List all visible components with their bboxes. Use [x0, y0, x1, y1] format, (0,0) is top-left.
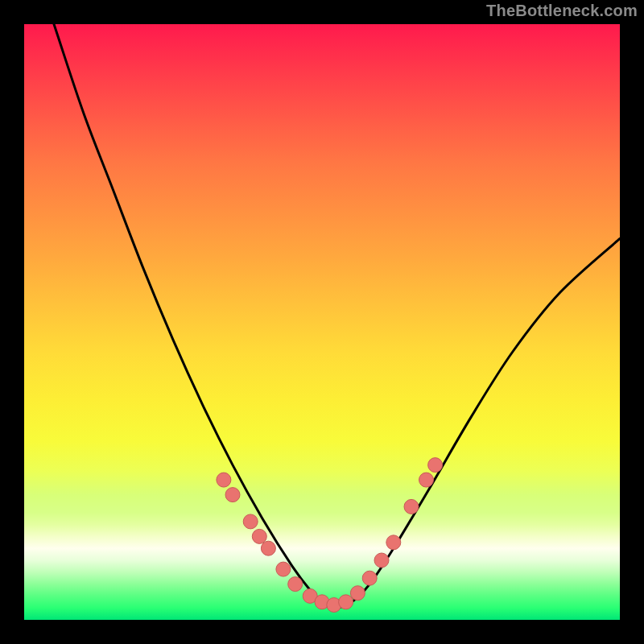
- data-point: [225, 488, 240, 502]
- data-point: [374, 553, 389, 568]
- bottleneck-curve: [24, 0, 620, 608]
- data-point: [276, 562, 291, 576]
- data-point: [243, 514, 258, 529]
- data-point: [261, 541, 275, 555]
- data-point: [404, 499, 419, 514]
- watermark-text: TheBottleneck.com: [486, 2, 638, 20]
- data-point: [428, 458, 443, 473]
- data-point: [217, 473, 231, 487]
- data-point: [252, 529, 266, 543]
- data-point: [419, 473, 434, 487]
- data-points-group: [217, 458, 443, 613]
- data-point: [339, 595, 353, 609]
- outer-frame: TheBottleneck.com: [0, 0, 644, 644]
- data-point: [350, 586, 365, 601]
- data-point: [362, 571, 377, 585]
- data-point: [386, 535, 401, 550]
- chart-svg: [24, 24, 620, 620]
- data-point: [288, 577, 303, 592]
